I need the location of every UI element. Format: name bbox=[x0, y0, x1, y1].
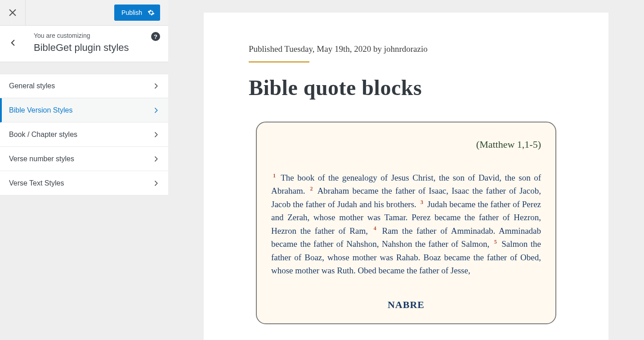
meta-by: by bbox=[371, 44, 384, 54]
close-icon bbox=[9, 9, 17, 17]
menu-item-verse-text-styles[interactable]: Verse Text Styles bbox=[0, 171, 168, 195]
post-meta: Published Tuesday, May 19th, 2020 by joh… bbox=[249, 44, 564, 54]
help-button[interactable]: ? bbox=[151, 32, 160, 41]
meta-author: johnrdorazio bbox=[384, 44, 428, 54]
publish-actions: Publish bbox=[114, 0, 168, 25]
meta-prefix: Published bbox=[249, 44, 284, 54]
menu-item-label: Book / Chapter styles bbox=[9, 131, 77, 139]
chevron-right-icon bbox=[153, 83, 159, 89]
verse-number: 5 bbox=[492, 239, 499, 245]
gear-icon bbox=[148, 9, 155, 16]
menu-item-label: Verse Text Styles bbox=[9, 179, 64, 187]
chevron-right-icon bbox=[153, 156, 159, 162]
menu-item-label: Verse number styles bbox=[9, 155, 74, 163]
chevron-right-icon bbox=[153, 107, 159, 113]
verse-body: 1 The book of the genealogy of Jesus Chr… bbox=[271, 171, 541, 277]
menu-item-book-chapter-styles[interactable]: Book / Chapter styles bbox=[0, 122, 168, 147]
menu-item-verse-number-styles[interactable]: Verse number styles bbox=[0, 147, 168, 171]
verse-number: 1 bbox=[271, 172, 277, 179]
publish-button[interactable]: Publish bbox=[114, 5, 160, 21]
customizer-sidebar: Publish You are customizing BibleGet plu… bbox=[0, 0, 168, 340]
menu-item-label: Bible Version Styles bbox=[9, 106, 72, 114]
section-title: BibleGet plugin styles bbox=[34, 42, 160, 54]
verse-number: 4 bbox=[372, 225, 378, 231]
bible-reference: (Matthew 1,1-5) bbox=[271, 139, 541, 150]
menu-item-label: General styles bbox=[9, 82, 55, 90]
close-customizer-button[interactable] bbox=[0, 0, 26, 25]
sidebar-header: Publish bbox=[0, 0, 168, 26]
post-preview: Published Tuesday, May 19th, 2020 by joh… bbox=[204, 13, 608, 340]
help-icon: ? bbox=[154, 33, 157, 40]
verse-number: 2 bbox=[309, 186, 315, 192]
post-title: Bible quote blocks bbox=[249, 75, 564, 100]
preview-pane: Published Tuesday, May 19th, 2020 by joh… bbox=[168, 0, 644, 340]
bible-version: NABRE bbox=[271, 299, 541, 311]
menu-item-bible-version-styles[interactable]: Bible Version Styles bbox=[0, 98, 168, 122]
verse-number: 3 bbox=[419, 199, 425, 205]
menu-item-general-styles[interactable]: General styles bbox=[0, 74, 168, 98]
chevron-right-icon bbox=[153, 131, 159, 138]
settings-menu: General styles Bible Version Styles Book… bbox=[0, 74, 168, 195]
chevron-right-icon bbox=[153, 180, 159, 186]
publish-label: Publish bbox=[121, 9, 142, 16]
back-button[interactable] bbox=[0, 32, 26, 54]
meta-underline bbox=[249, 61, 309, 63]
chevron-left-icon bbox=[9, 39, 17, 46]
customizing-label: You are customizing bbox=[34, 32, 160, 39]
meta-date: Tuesday, May 19th, 2020 bbox=[284, 44, 371, 54]
bible-quote-block: (Matthew 1,1-5) 1 The book of the geneal… bbox=[256, 122, 556, 324]
section-title-row: You are customizing BibleGet plugin styl… bbox=[0, 26, 168, 62]
